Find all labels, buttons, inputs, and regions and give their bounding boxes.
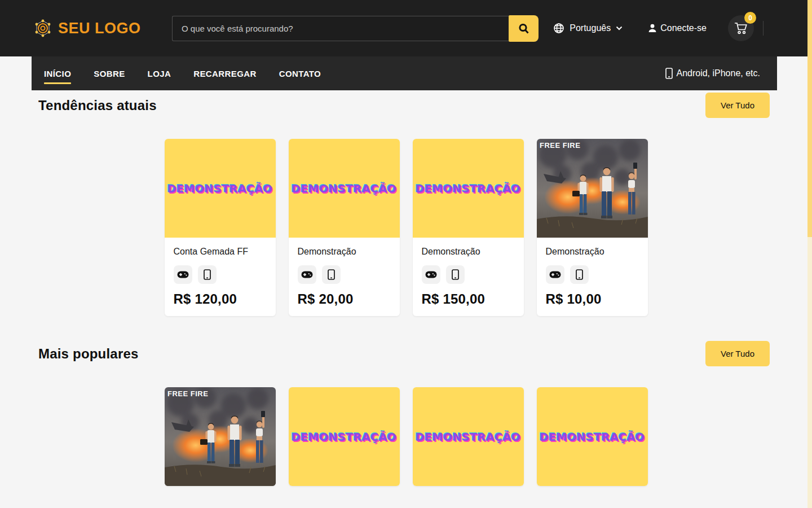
- product-card[interactable]: DEMONSTRAÇÃO Demonstração: [413, 139, 524, 316]
- product-title: Demonstração: [546, 246, 639, 257]
- globe-icon: [553, 23, 564, 34]
- product-image: DEMONSTRAÇÃO: [289, 139, 400, 238]
- search-button[interactable]: [509, 15, 539, 42]
- product-image: DEMONSTRAÇÃO: [165, 139, 276, 238]
- logo-gear-icon: [33, 18, 53, 38]
- login-link[interactable]: Conecte-se: [647, 23, 707, 33]
- product-body: Demonstração: [289, 238, 400, 316]
- product-body: Conta Gemada FF: [165, 238, 276, 316]
- nav-links: INÍCIOSOBRELOJARECARREGARCONTATO: [33, 56, 332, 90]
- product-section: Mais populares Ver Tudo: [0, 341, 812, 486]
- product-image: DEMONSTRAÇÃO: [413, 387, 524, 486]
- product-section: Tendências atuais Ver Tudo DEMONSTRAÇÃO …: [0, 93, 812, 316]
- devices-note-label: Android, iPhone, etc.: [676, 68, 760, 78]
- scrollbar[interactable]: [807, 0, 812, 508]
- demo-placeholder: DEMONSTRAÇÃO: [413, 139, 524, 238]
- product-grid: DEMONSTRAÇÃO Conta Gemada FF: [165, 139, 648, 316]
- demo-placeholder: DEMONSTRAÇÃO: [289, 387, 400, 486]
- see-all-button[interactable]: Ver Tudo: [705, 93, 770, 118]
- devices-note: Android, iPhone, etc.: [665, 68, 760, 79]
- product-card[interactable]: FREE FIRE Demonstração: [537, 139, 648, 316]
- header-actions: Português Conecte-se 0: [553, 15, 764, 41]
- gamepad-icon: [298, 265, 316, 284]
- see-all-button[interactable]: Ver Tudo: [705, 341, 770, 366]
- product-image: FREE FIRE: [537, 139, 648, 238]
- platform-chips: [422, 265, 515, 284]
- platform-chips: [298, 265, 391, 284]
- product-price: R$ 10,00: [546, 291, 639, 307]
- freefire-artwork: FREE FIRE: [537, 139, 648, 238]
- site-logo[interactable]: SEU LOGO: [33, 18, 141, 38]
- product-image: FREE FIRE: [165, 387, 276, 486]
- header-divider: [763, 21, 764, 36]
- platform-chips: [546, 265, 639, 284]
- section-title: Mais populares: [38, 346, 139, 362]
- language-selector[interactable]: Português: [553, 23, 623, 34]
- product-card[interactable]: DEMONSTRAÇÃO Conta Gemada FF: [165, 139, 276, 316]
- demo-placeholder: DEMONSTRAÇÃO: [413, 387, 524, 486]
- nav-item-loja[interactable]: LOJA: [136, 56, 183, 90]
- scrollbar-thumb[interactable]: [807, 0, 812, 237]
- product-title: Demonstração: [298, 246, 391, 257]
- cart-count-badge: 0: [744, 12, 756, 24]
- nav-item-inicio[interactable]: INÍCIO: [33, 56, 82, 90]
- search-icon: [517, 22, 531, 36]
- product-price: R$ 20,00: [298, 291, 391, 307]
- product-grid: FREE FIRE DEMONSTRAÇÃO DEMONSTRAÇÃO DEMO…: [165, 387, 648, 486]
- freefire-logo-text: FREE FIRE: [167, 389, 208, 398]
- cart-icon: [734, 21, 748, 35]
- product-card[interactable]: DEMONSTRAÇÃO: [413, 387, 524, 486]
- nav-item-contato[interactable]: CONTATO: [268, 56, 332, 90]
- product-image: DEMONSTRAÇÃO: [537, 387, 648, 486]
- demo-placeholder: DEMONSTRAÇÃO: [537, 387, 648, 486]
- main-nav: INÍCIOSOBRELOJARECARREGARCONTATO Android…: [32, 56, 777, 90]
- login-label: Conecte-se: [660, 23, 707, 33]
- top-header: SEU LOGO Português: [0, 0, 812, 56]
- product-body: Demonstração: [537, 238, 648, 316]
- smartphone-icon: [665, 68, 673, 79]
- demo-placeholder: DEMONSTRAÇÃO: [289, 139, 400, 238]
- person-icon: [647, 23, 657, 33]
- logo-text: SEU LOGO: [58, 20, 141, 37]
- nav-item-sobre[interactable]: SOBRE: [82, 56, 136, 90]
- product-image: DEMONSTRAÇÃO: [289, 387, 400, 486]
- smartphone-icon: [570, 265, 589, 284]
- cart-button[interactable]: 0: [728, 15, 754, 41]
- chevron-down-icon: [616, 26, 623, 30]
- product-body: Demonstração: [413, 238, 524, 316]
- product-card[interactable]: DEMONSTRAÇÃO Demonstração: [289, 139, 400, 316]
- product-title: Demonstração: [422, 246, 515, 257]
- smartphone-icon: [198, 265, 217, 284]
- product-price: R$ 150,00: [422, 291, 515, 307]
- demo-placeholder: DEMONSTRAÇÃO: [165, 139, 276, 238]
- product-price: R$ 120,00: [174, 291, 267, 307]
- smartphone-icon: [322, 265, 341, 284]
- freefire-logo-text: FREE FIRE: [540, 141, 580, 150]
- product-card[interactable]: DEMONSTRAÇÃO: [537, 387, 648, 486]
- gamepad-icon: [546, 265, 564, 284]
- section-title: Tendências atuais: [38, 98, 157, 113]
- nav-item-recarregar[interactable]: RECARREGAR: [182, 56, 268, 90]
- freefire-artwork: FREE FIRE: [165, 387, 276, 486]
- gamepad-icon: [174, 265, 192, 284]
- search-bar: [172, 16, 539, 41]
- main-content: Tendências atuais Ver Tudo DEMONSTRAÇÃO …: [0, 93, 812, 486]
- platform-chips: [174, 265, 267, 284]
- language-label: Português: [570, 23, 611, 33]
- gamepad-icon: [422, 265, 440, 284]
- product-card[interactable]: DEMONSTRAÇÃO: [289, 387, 400, 486]
- product-image: DEMONSTRAÇÃO: [413, 139, 524, 238]
- search-input[interactable]: [172, 16, 509, 41]
- product-card[interactable]: FREE FIRE: [165, 387, 276, 486]
- product-title: Conta Gemada FF: [174, 246, 267, 257]
- smartphone-icon: [446, 265, 465, 284]
